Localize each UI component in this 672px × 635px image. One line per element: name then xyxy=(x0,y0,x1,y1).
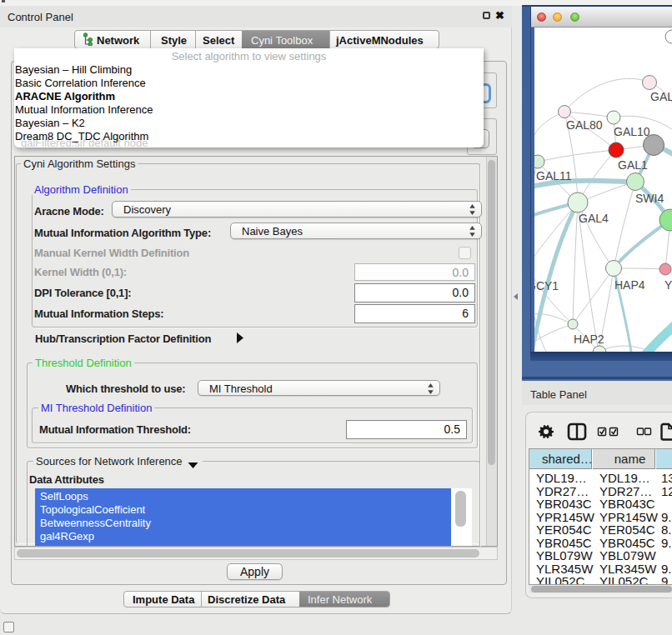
svg-text:GCY1: GCY1 xyxy=(534,279,559,292)
svg-text:GAL10: GAL10 xyxy=(614,125,650,138)
svg-text:GAL7: GAL7 xyxy=(650,90,672,103)
svg-text:HAP4: HAP4 xyxy=(614,278,645,292)
svg-text:GAL80: GAL80 xyxy=(566,118,603,132)
svg-text:HAP2: HAP2 xyxy=(574,332,604,346)
svg-text:GAL1: GAL1 xyxy=(618,158,648,172)
svg-text:GAL11: GAL11 xyxy=(536,169,572,182)
svg-text:Y: Y xyxy=(664,278,672,292)
svg-text:GAL4: GAL4 xyxy=(579,212,609,225)
svg-text:SWI4: SWI4 xyxy=(635,192,664,205)
